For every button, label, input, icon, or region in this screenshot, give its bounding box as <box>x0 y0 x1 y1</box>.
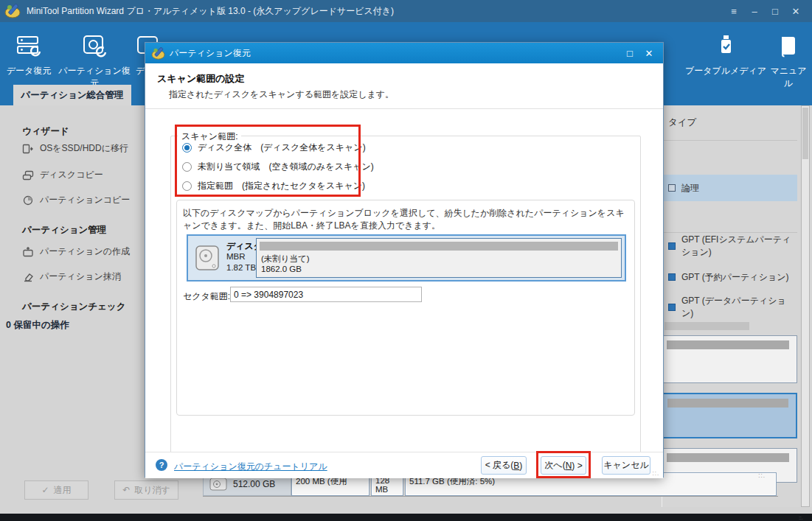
manual-icon <box>768 31 809 59</box>
help-icon[interactable]: ? <box>156 459 167 471</box>
partition-color-icon <box>668 273 676 281</box>
titlebar: MiniTool Partition Wizard プロ・アルティメット版 13… <box>0 0 812 22</box>
divider <box>662 140 797 141</box>
sidebar-item-disk-copy[interactable]: ディスクコピー <box>22 169 103 181</box>
partition-label: 128 MB <box>375 476 389 494</box>
type-row-gpt-reserved[interactable]: GPT (予約パーティション) <box>662 268 797 286</box>
type-row-gpt-efi[interactable]: GPT (EFIシステムパーティション) <box>662 237 797 255</box>
back-key: B <box>513 461 519 471</box>
undo-icon: ↶ <box>122 485 130 495</box>
toolbar-item-manual[interactable]: マニュアル <box>768 31 809 90</box>
radio-checked-icon[interactable] <box>182 143 192 153</box>
unallocated-block[interactable]: (未割り当て) 1862.0 GB <box>256 238 622 278</box>
window-resize-grip[interactable]: ∙∙∙∙∙ <box>799 515 803 520</box>
cancel-button[interactable]: キャンセル <box>602 456 650 475</box>
right-panel: タイプ 論理 GPT (EFIシステムパーティション) GPT (予約パーティシ… <box>662 105 812 507</box>
pane-resize-grip[interactable]: ∙∙∙∙∙ <box>758 473 767 482</box>
radio-unallocated[interactable]: 未割り当て領域 (空き領域のみをスキャン) <box>182 160 374 173</box>
undo-button[interactable]: ↶ 取り消す <box>114 480 178 500</box>
menu-icon[interactable]: ≡ <box>723 0 744 22</box>
app-window: MiniTool Partition Wizard プロ・アルティメット版 13… <box>0 0 812 521</box>
minimize-icon[interactable]: – <box>744 0 765 22</box>
tab-partition-management[interactable]: パーティション総合管理 <box>13 85 131 105</box>
apply-button[interactable]: ✓ 適用 <box>24 480 89 500</box>
diskmap-block-selected[interactable] <box>662 393 797 438</box>
usage-bar <box>667 453 789 462</box>
type-row-label: GPT (EFIシステムパーティション) <box>681 234 797 259</box>
partition-recovery-icon <box>56 31 133 59</box>
sidebar-item-migrate-os[interactable]: OSをSSD/HDDに移行 <box>22 142 128 155</box>
dialog-resize-grip[interactable]: ∙∙∙∙∙ <box>652 471 659 477</box>
sidebar-item-wipe-partition[interactable]: パーティション抹消 <box>22 270 121 283</box>
next-key: N <box>566 461 572 471</box>
partition-recovery-dialog: パーティション復元 □ ✕ スキャン範囲の設定 指定されたディスクをスキャンする… <box>145 42 664 478</box>
divider <box>203 496 778 497</box>
sidebar-section-wizard: ウィザード <box>22 125 69 138</box>
dialog-close-icon[interactable]: ✕ <box>639 43 659 63</box>
dialog-footer: ? パーティション復元のチュートリアル < 戻る(B) 次へ(N) > キャンセ… <box>145 452 663 478</box>
partition-color-icon <box>668 242 676 250</box>
cancel-label: キャンセル <box>603 459 648 472</box>
diskmap-bar-fragment <box>664 322 749 330</box>
toolbar-item-label: マニュアル <box>768 65 809 90</box>
sidebar-item-label: OSをSSD/HDDに移行 <box>40 142 128 155</box>
next-suffix: ) > <box>572 461 582 471</box>
maximize-icon[interactable]: □ <box>765 0 785 22</box>
radio-label: 未割り当て領域 <box>198 161 260 173</box>
disk-type: MBR <box>226 252 246 261</box>
usage-bar <box>667 399 788 408</box>
next-button[interactable]: 次へ(N) > <box>541 456 586 475</box>
app-logo-icon <box>4 4 21 18</box>
tutorial-link[interactable]: パーティション復元のチュートリアル <box>174 461 327 473</box>
sector-range-label: セクタ範囲: <box>183 290 230 303</box>
wipe-partition-icon <box>22 271 34 283</box>
radio-specified-range[interactable]: 指定範囲 (指定されたセクタをスキャン) <box>182 179 365 192</box>
radio-icon[interactable] <box>182 181 192 191</box>
dialog-diskmap-row[interactable]: ディスク 2 MBR 1.82 TB (未割り当て) 1862.0 GB <box>187 234 626 282</box>
scrollbar-thumb[interactable] <box>802 108 808 159</box>
close-icon[interactable]: ✕ <box>785 0 806 22</box>
toolbar-item-data-recovery[interactable]: データ復元 <box>3 31 55 77</box>
usage-bar <box>667 340 789 349</box>
status-strip: ∙∙∙∙∙ <box>0 514 812 521</box>
type-row-label: GPT (予約パーティション) <box>681 271 788 284</box>
dialog-subheading: 指定されたディスクをスキャンする範囲を設定します。 <box>169 88 394 101</box>
back-label: < 戻る( <box>485 459 514 472</box>
back-suffix: ) <box>519 461 522 471</box>
diskmap-section: 以下のディスクマップからパーティションブロックを選択して、紛失したか削除されたパ… <box>176 200 635 416</box>
sector-range-input[interactable] <box>230 287 422 302</box>
dialog-header: スキャン範囲の設定 指定されたディスクをスキャンする範囲を設定します。 <box>145 63 663 109</box>
type-row-gpt-data[interactable]: GPT (データパーティション) <box>662 298 797 316</box>
radio-icon[interactable] <box>182 162 192 172</box>
bootable-media-icon <box>682 31 769 59</box>
partition-color-icon <box>668 304 676 311</box>
dialog-logo-icon <box>151 47 165 60</box>
dialog-titlebar[interactable]: パーティション復元 □ ✕ <box>145 43 663 63</box>
type-row-logical[interactable]: 論理 <box>662 175 797 201</box>
partition-color-icon <box>668 184 676 192</box>
vertical-scrollbar[interactable] <box>801 105 810 507</box>
next-label: 次へ( <box>544 459 565 472</box>
pending-operations: 0 保留中の操作 <box>6 319 69 332</box>
toolbar-item-partition-recovery[interactable]: パーティション復元 <box>56 31 133 90</box>
dialog-heading: スキャン範囲の設定 <box>157 72 245 85</box>
toolbar-item-bootable-media[interactable]: ブータブルメディア <box>682 31 769 77</box>
radio-label: ディスク全体 <box>198 141 251 154</box>
sidebar-item-label: パーティション抹消 <box>40 270 121 283</box>
diskmap-block[interactable] <box>662 335 797 383</box>
data-recovery-icon <box>3 31 55 59</box>
sidebar-section-partition-mgmt: パーティション管理 <box>22 224 106 237</box>
dialog-controls: □ ✕ <box>620 43 659 63</box>
sidebar-item-create-partition[interactable]: パーティションの作成 <box>22 245 130 258</box>
back-button[interactable]: < 戻る(B) <box>481 456 527 475</box>
radio-hint: (空き領域のみをスキャン) <box>269 161 374 173</box>
sidebar-item-partition-copy[interactable]: パーティションコピー <box>22 194 130 206</box>
type-column-header: タイプ <box>668 116 696 129</box>
hdd-icon <box>194 243 221 273</box>
toolbar-item-label: ブータブルメディア <box>682 65 769 77</box>
divider <box>662 232 797 233</box>
type-row-label: GPT (データパーティション) <box>681 295 797 320</box>
dialog-maximize-icon[interactable]: □ <box>620 43 639 63</box>
sidebar-item-label: ディスクコピー <box>40 169 103 181</box>
dialog-title: パーティション復元 <box>170 47 251 60</box>
